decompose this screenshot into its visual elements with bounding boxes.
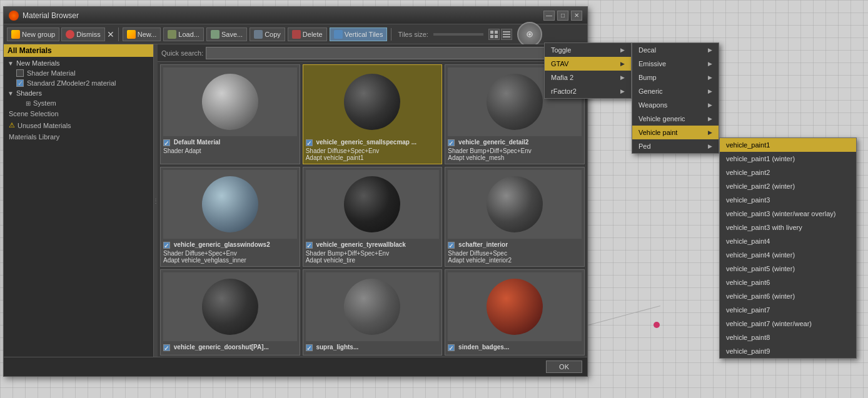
gtav-vehicle-paint-arrow: ▶ xyxy=(708,129,712,136)
vp-paint1[interactable]: vehicle_paint1 xyxy=(720,138,856,152)
close-button[interactable]: ✕ xyxy=(571,11,582,21)
new-group-button[interactable]: New group xyxy=(7,27,59,41)
material-sphere-badges xyxy=(487,279,543,335)
vp-paint7-winter-wear[interactable]: vehicle_paint7 (winter/wear) xyxy=(720,317,856,331)
shader-material-item[interactable]: Shader Material xyxy=(4,68,153,78)
grid-view-icon[interactable] xyxy=(488,29,500,40)
material-cell-glass[interactable]: ✓ vehicle_generic_glasswindows2 Shader D… xyxy=(160,167,300,267)
gtav-decal[interactable]: Decal ▶ xyxy=(632,43,719,57)
mat-checkbox-smallspecmap[interactable]: ✓ xyxy=(306,139,313,146)
list-view-icon[interactable] xyxy=(501,29,512,40)
new-button[interactable]: New... xyxy=(123,27,161,41)
vp-paint3[interactable]: vehicle_paint3 xyxy=(720,193,856,207)
ctx-rfactor2-arrow: ▶ xyxy=(620,88,625,94)
material-name-badges: ✓ sinden_badges... xyxy=(448,344,582,351)
vp-paint5-winter[interactable]: vehicle_paint5 (winter) xyxy=(720,262,856,276)
svg-rect-3 xyxy=(495,35,498,38)
gtav-ped-arrow: ▶ xyxy=(708,143,712,149)
system-arrow: ⊞ xyxy=(26,100,31,107)
materials-library-item[interactable]: Materials Library xyxy=(4,131,153,142)
scene-selection-item[interactable]: Scene Selection xyxy=(4,108,153,119)
ctx-gtav-arrow: ▶ xyxy=(620,61,625,67)
material-info-detail2: Shader Bump+Diff+Spec+Env Adapt vehicle_… xyxy=(448,147,582,161)
gtav-bump[interactable]: Bump ▶ xyxy=(632,71,719,84)
mat-checkbox-detail2[interactable]: ✓ xyxy=(448,139,455,146)
mat-checkbox-badges[interactable]: ✓ xyxy=(448,344,455,351)
vp-paint6[interactable]: vehicle_paint6 xyxy=(720,276,856,289)
maximize-button[interactable]: □ xyxy=(557,11,568,21)
material-cell-interior[interactable]: ✓ schafter_interior Shader Diffuse+Spec … xyxy=(445,167,585,267)
load-button[interactable]: Load... xyxy=(163,27,204,41)
mat-checkbox-glass[interactable]: ✓ xyxy=(163,242,170,249)
search-input[interactable] xyxy=(206,47,567,59)
mat-checkbox-interior[interactable]: ✓ xyxy=(448,242,455,249)
vp-paint1-winter[interactable]: vehicle_paint1 (winter) xyxy=(720,152,856,166)
tiles-slider[interactable] xyxy=(433,33,483,36)
ok-button[interactable]: OK xyxy=(546,361,582,373)
settings-icon[interactable] xyxy=(517,22,542,47)
minimize-button[interactable]: — xyxy=(543,11,555,21)
shader-material-checkbox[interactable] xyxy=(16,69,24,77)
vp-paint2[interactable]: vehicle_paint2 xyxy=(720,166,856,179)
material-preview-smallspecmap xyxy=(306,67,440,136)
delete-button[interactable]: Delete xyxy=(288,27,327,41)
material-cell-badges[interactable]: ✓ sinden_badges... xyxy=(445,269,585,356)
material-sphere-lights xyxy=(344,279,400,335)
shaders-header[interactable]: ▼ Shaders xyxy=(4,88,153,98)
material-cell-smallspecmap[interactable]: ✓ vehicle_generic_smallspecmap ... Shade… xyxy=(303,64,443,164)
vp-paint7[interactable]: vehicle_paint7 xyxy=(720,303,856,317)
copy-button[interactable]: Copy xyxy=(250,27,285,41)
material-cell-tyre[interactable]: ✓ vehicle_generic_tyrewallblack Shader B… xyxy=(303,167,443,267)
vp-paint4-winter[interactable]: vehicle_paint4 (winter) xyxy=(720,248,856,262)
all-materials-bar[interactable]: All Materials xyxy=(4,44,153,57)
material-browser-dialog: Material Browser — □ ✕ New group Dismiss… xyxy=(3,6,588,377)
ctx-mafia2[interactable]: Mafia 2 ▶ xyxy=(545,71,631,84)
new-materials-header[interactable]: ▼ New Materials xyxy=(4,58,153,68)
vp-paint8[interactable]: vehicle_paint8 xyxy=(720,331,856,344)
material-cell-doorshut[interactable]: ✓ vehicle_generic_doorshut[PA]... xyxy=(160,269,300,356)
dialog-title: Material Browser xyxy=(23,11,543,20)
gtav-decal-arrow: ▶ xyxy=(708,47,712,53)
gtav-weapons[interactable]: Weapons ▶ xyxy=(632,98,719,112)
unused-materials-item[interactable]: ⚠ Unused Materials xyxy=(4,119,153,131)
system-item[interactable]: ⊞ System xyxy=(4,98,153,108)
gtav-vehicle-paint[interactable]: Vehicle paint ▶ xyxy=(632,126,719,139)
dismiss-x-button[interactable]: ✕ xyxy=(107,29,114,39)
vp-paint4[interactable]: vehicle_paint4 xyxy=(720,234,856,248)
material-info-tyre: Shader Bump+Diff+Spec+Env Adapt vehicle_… xyxy=(306,250,440,264)
standard-zmodeler-checkbox[interactable]: ✓ xyxy=(16,79,24,87)
gtav-vehicle-generic-arrow: ▶ xyxy=(708,116,712,122)
gtav-vehicle-generic[interactable]: Vehicle generic ▶ xyxy=(632,112,719,126)
material-preview-doorshut xyxy=(163,272,297,341)
vp-paint3-livery[interactable]: vehicle_paint3 with livery xyxy=(720,221,856,234)
ctx-gtav[interactable]: GTAV ▶ xyxy=(545,57,631,71)
material-sphere-default xyxy=(202,74,258,130)
ctx-toggle[interactable]: Toggle ▶ xyxy=(545,43,631,57)
mat-checkbox-lights[interactable]: ✓ xyxy=(306,344,313,351)
mat-checkbox-default[interactable]: ✓ xyxy=(163,139,170,146)
search-label: Quick search: xyxy=(161,49,203,57)
vp-paint6-winter[interactable]: vehicle_paint6 (winter) xyxy=(720,289,856,303)
gtav-generic[interactable]: Generic ▶ xyxy=(632,84,719,98)
vertical-tiles-button[interactable]: Vertical Tiles xyxy=(330,27,388,41)
material-sphere-glass xyxy=(202,176,258,232)
main-toolbar: New group Dismiss ✕ New... Load... Save.… xyxy=(4,24,587,44)
save-button[interactable]: Save... xyxy=(206,27,247,41)
material-cell-lights[interactable]: ✓ supra_lights... xyxy=(303,269,443,356)
gtav-emissive[interactable]: Emissive ▶ xyxy=(632,57,719,71)
ctx-rfactor2[interactable]: rFactor2 ▶ xyxy=(545,84,631,98)
material-sphere-detail2 xyxy=(487,74,543,130)
toolbar-separator xyxy=(391,28,391,41)
vp-paint3-winter-wear[interactable]: vehicle_paint3 (winter/wear overlay) xyxy=(720,207,856,221)
gtav-ped[interactable]: Ped ▶ xyxy=(632,139,719,153)
gtav-weapons-arrow: ▶ xyxy=(708,102,712,108)
vehicle-paint-submenu: vehicle_paint1 vehicle_paint1 (winter) v… xyxy=(719,137,857,359)
material-cell-default[interactable]: ✓ Default Material Shader Adapt xyxy=(160,64,300,164)
standard-zmodeler-item[interactable]: ✓ Standard ZModeler2 material xyxy=(4,78,153,88)
dismiss-button[interactable]: Dismiss xyxy=(61,27,105,41)
mat-checkbox-doorshut[interactable]: ✓ xyxy=(163,344,170,351)
mat-checkbox-tyre[interactable]: ✓ xyxy=(306,242,313,249)
vp-paint2-winter[interactable]: vehicle_paint2 (winter) xyxy=(720,179,856,193)
vp-paint9[interactable]: vehicle_paint9 xyxy=(720,344,856,358)
material-preview-tyre xyxy=(306,170,440,239)
